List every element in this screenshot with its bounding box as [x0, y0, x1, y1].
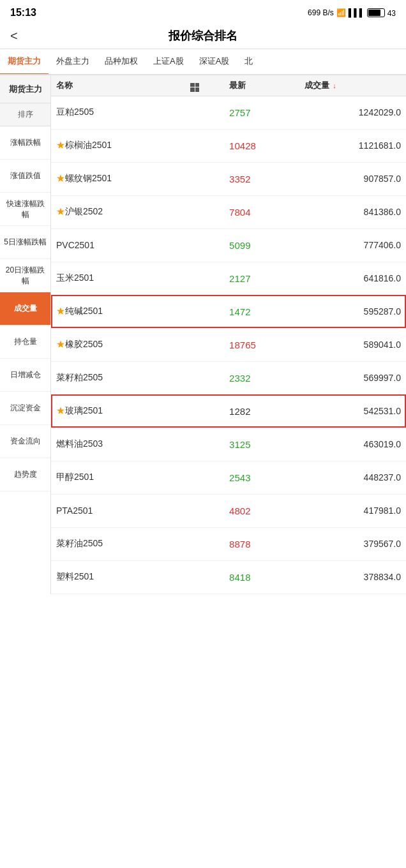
network-speed: 699 B/s — [308, 8, 334, 17]
cell-grid-9 — [185, 394, 224, 428]
cell-latest-5: 2127 — [224, 262, 299, 295]
cell-grid-10 — [185, 428, 224, 461]
cell-latest-14: 8418 — [224, 560, 299, 594]
left-column: 期货主力 排序 涨幅跌幅涨值跌值快速涨幅跌幅5日涨幅跌幅20日涨幅跌幅成交量持仓… — [0, 75, 51, 594]
cell-name-7: ★橡胶2505 — [51, 328, 185, 361]
left-row-0[interactable]: 涨幅跌幅 — [0, 126, 50, 160]
cell-grid-8 — [185, 361, 224, 394]
tab-item-5[interactable]: 北 — [237, 49, 260, 75]
tab-item-4[interactable]: 深证A股 — [192, 49, 237, 75]
tab-item-1[interactable]: 外盘主力 — [49, 49, 97, 75]
table-row-9[interactable]: ★玻璃25011282542531.0 — [51, 394, 406, 428]
tab-item-2[interactable]: 品种加权 — [97, 49, 146, 75]
cell-name-11: 甲醇2501 — [51, 461, 185, 494]
cell-latest-8: 2332 — [224, 361, 299, 394]
cell-volume-10: 463019.0 — [299, 428, 406, 461]
grid-icon — [190, 83, 199, 92]
cell-name-0: 豆粕2505 — [51, 96, 185, 129]
cell-latest-1: 10428 — [224, 129, 299, 162]
cell-latest-9: 1282 — [224, 394, 299, 428]
cell-name-4: PVC2501 — [51, 228, 185, 262]
cell-name-5: 玉米2501 — [51, 262, 185, 295]
cell-volume-7: 589041.0 — [299, 328, 406, 361]
cell-volume-5: 641816.0 — [299, 262, 406, 295]
cell-name-14: 塑料2501 — [51, 560, 185, 594]
left-row-7[interactable]: 日增减仓 — [0, 359, 50, 392]
cell-volume-13: 379567.0 — [299, 527, 406, 560]
table-row-1[interactable]: ★棕榈油2501104281121681.0 — [51, 129, 406, 162]
table-row-7[interactable]: ★橡胶250518765589041.0 — [51, 328, 406, 361]
cell-volume-2: 907857.0 — [299, 162, 406, 195]
left-row-10[interactable]: 趋势度 — [0, 458, 50, 491]
cell-name-13: 菜籽油2505 — [51, 527, 185, 560]
cell-volume-11: 448237.0 — [299, 461, 406, 494]
back-button[interactable]: < — [10, 29, 18, 43]
cell-volume-3: 841386.0 — [299, 195, 406, 228]
table-row-14[interactable]: 塑料25018418378834.0 — [51, 560, 406, 594]
table-row-11[interactable]: 甲醇25012543448237.0 — [51, 461, 406, 494]
cell-latest-12: 4802 — [224, 494, 299, 527]
left-row-3[interactable]: 5日涨幅跌幅 — [0, 226, 50, 259]
table-row-3[interactable]: ★沪银25027804841386.0 — [51, 195, 406, 228]
tab-item-3[interactable]: 上证A股 — [146, 49, 192, 75]
cell-latest-10: 3125 — [224, 428, 299, 461]
left-row-1[interactable]: 涨值跌值 — [0, 160, 50, 193]
cell-latest-13: 8878 — [224, 527, 299, 560]
header-row: 名称 最新 成交量 ↓ — [51, 75, 406, 96]
cell-grid-0 — [185, 96, 224, 129]
cell-latest-4: 5099 — [224, 228, 299, 262]
tab-item-0[interactable]: 期货主力 — [0, 49, 49, 75]
table-row-2[interactable]: ★螺纹钢25013352907857.0 — [51, 162, 406, 195]
cell-name-3: ★沪银2502 — [51, 195, 185, 228]
table-row-13[interactable]: 菜籽油25058878379567.0 — [51, 527, 406, 560]
left-row-8[interactable]: 沉淀资金 — [0, 392, 50, 425]
cell-grid-2 — [185, 162, 224, 195]
table-body: 豆粕250527571242029.0★棕榈油2501104281121681.… — [51, 96, 406, 594]
cell-volume-14: 378834.0 — [299, 560, 406, 594]
wifi-icon: 📶 — [336, 8, 346, 17]
table-row-12[interactable]: PTA25014802417981.0 — [51, 494, 406, 527]
cell-grid-12 — [185, 494, 224, 527]
tab-bar: 期货主力外盘主力品种加权上证A股深证A股北 — [0, 49, 406, 75]
left-row-2[interactable]: 快速涨幅跌幅 — [0, 193, 50, 226]
cell-volume-0: 1242029.0 — [299, 96, 406, 129]
cell-grid-3 — [185, 195, 224, 228]
left-row-6[interactable]: 持仓量 — [0, 326, 50, 359]
cell-volume-6: 595287.0 — [299, 295, 406, 328]
status-time: 15:13 — [10, 7, 36, 19]
nav-bar: < 报价综合排名 — [0, 23, 406, 49]
left-row-5[interactable]: 成交量 — [0, 292, 50, 326]
cell-name-2: ★螺纹钢2501 — [51, 162, 185, 195]
cell-latest-3: 7804 — [224, 195, 299, 228]
page-title: 报价综合排名 — [169, 28, 237, 43]
col-latest: 最新 — [224, 75, 299, 96]
table-row-6[interactable]: ★纯碱25011472595287.0 — [51, 295, 406, 328]
status-icons: 699 B/s 📶 ▌▌▌ 43 — [308, 8, 396, 18]
cell-grid-6 — [185, 295, 224, 328]
table-row-8[interactable]: 菜籽粕25052332569997.0 — [51, 361, 406, 394]
table-row-0[interactable]: 豆粕250527571242029.0 — [51, 96, 406, 129]
cell-volume-8: 569997.0 — [299, 361, 406, 394]
table-row-4[interactable]: PVC25015099777406.0 — [51, 228, 406, 262]
left-header: 期货主力 — [0, 75, 50, 103]
left-row-9[interactable]: 资金流向 — [0, 425, 50, 458]
cell-latest-2: 3352 — [224, 162, 299, 195]
cell-latest-7: 18765 — [224, 328, 299, 361]
cell-grid-4 — [185, 228, 224, 262]
cell-volume-1: 1121681.0 — [299, 129, 406, 162]
cell-grid-1 — [185, 129, 224, 162]
col-name: 名称 — [51, 75, 185, 96]
left-subheader: 排序 — [0, 103, 50, 126]
left-row-4[interactable]: 20日涨幅跌幅 — [0, 259, 50, 292]
cell-latest-6: 1472 — [224, 295, 299, 328]
cell-name-8: 菜籽粕2505 — [51, 361, 185, 394]
cell-name-6: ★纯碱2501 — [51, 295, 185, 328]
cell-grid-7 — [185, 328, 224, 361]
col-volume: 成交量 ↓ — [299, 75, 406, 96]
table-row-10[interactable]: 燃料油25033125463019.0 — [51, 428, 406, 461]
right-scroll[interactable]: 名称 最新 成交量 ↓ 豆粕250527571242029.0★棕榈油25011… — [51, 75, 406, 594]
battery-indicator: 43 — [367, 8, 396, 18]
cell-grid-13 — [185, 527, 224, 560]
cell-volume-12: 417981.0 — [299, 494, 406, 527]
table-row-5[interactable]: 玉米25012127641816.0 — [51, 262, 406, 295]
